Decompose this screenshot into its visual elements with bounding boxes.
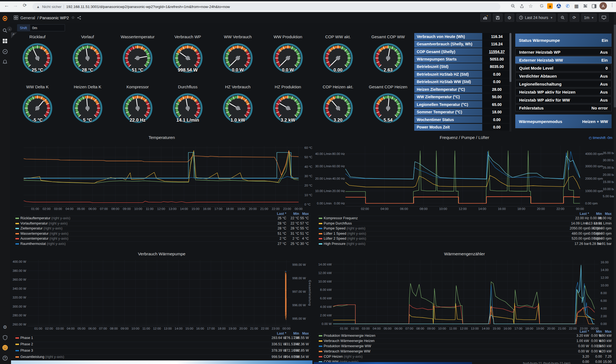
legend-col-last[interactable]: Last * [277, 332, 286, 335]
legend-series-name[interactable]: Phase 3 [20, 349, 33, 352]
legend-series-name[interactable]: Zieltemperatur (right y-axis) [20, 226, 62, 230]
legend-col-max[interactable]: Max [302, 332, 309, 335]
gauge-title[interactable]: Gesamt COP Heizen [363, 83, 413, 89]
legend-series-name[interactable]: Lüfter 2 Speed (right y-axis) [324, 237, 366, 240]
legend-col-min[interactable]: Min [596, 330, 602, 333]
configuration-gear-icon[interactable]: ⚙ [0, 323, 10, 331]
legend-swatch[interactable] [15, 238, 19, 239]
legend-swatch[interactable] [15, 350, 19, 351]
grafana-logo-icon[interactable] [0, 14, 10, 23]
bookmark-star-icon[interactable]: ☆ [527, 3, 534, 9]
status-row[interactable]: Verdichter AbtauenAus [515, 72, 612, 80]
legend-series-name[interactable]: Raumthermostat (right y-axis) [20, 242, 66, 246]
legend-swatch[interactable] [15, 243, 19, 245]
refresh-button[interactable]: ⟳ [570, 13, 579, 22]
legend-swatch[interactable] [319, 340, 322, 342]
legend-series-name[interactable]: Aussentemperatur (right y-axis) [20, 237, 68, 240]
gauge-title[interactable]: Gesamt COP WW [363, 33, 413, 39]
zoom-page-icon[interactable] [510, 3, 516, 9]
legend-swatch[interactable] [319, 233, 322, 234]
gauge-title[interactable]: HZ Verbrauch [213, 83, 263, 89]
legend-series-name[interactable]: COP Heizen (right y-axis) [324, 355, 362, 358]
address-bar[interactable]: ▲ Nicht sicher 192.168.11.51:3001/d/pana… [32, 3, 500, 10]
timeshift-link[interactable]: ◴ timeshift -0m [589, 136, 612, 140]
save-dashboard-button[interactable] [493, 13, 503, 22]
legend-col-max[interactable]: Max [302, 212, 309, 216]
browser-forward-icon[interactable]: → [12, 2, 19, 9]
table-scrollbar-thumb[interactable] [509, 33, 511, 82]
status-row[interactable]: FehlerstatusNo error [515, 104, 612, 111]
stat-value[interactable]: 11554.37 [482, 48, 511, 55]
legend-series-name[interactable]: Verbrauch Wärmeenergie WW [324, 349, 370, 353]
gauge-title[interactable]: Durchfluss [163, 83, 213, 89]
legend-swatch[interactable] [319, 351, 322, 352]
browser-menu-icon[interactable]: ⋮ [608, 2, 616, 8]
legend-series-name[interactable]: Produktion Wärmeenergie WW [324, 344, 371, 348]
legend-swatch[interactable] [319, 228, 322, 229]
legend-series-name[interactable]: Vorlauftemperatur (right y-axis) [20, 221, 68, 225]
legend-series-name[interactable]: Pumpe Durchfluss [324, 221, 352, 225]
panel-title[interactable]: Verbrauch Wärmepumpe [11, 251, 312, 256]
gauge-title[interactable]: Kompressor [113, 83, 163, 89]
alerting-bell-icon[interactable] [0, 58, 10, 66]
legend-swatch[interactable] [319, 356, 322, 357]
side-panel-icon[interactable] [591, 3, 597, 9]
legend-series-name[interactable]: Rücklauftemperatur (right y-axis) [20, 216, 70, 220]
legend-col-min[interactable]: Min [293, 332, 299, 335]
gauge-title[interactable]: WW Delta K [12, 83, 62, 89]
qr-code-icon[interactable]: ▦ [573, 3, 580, 9]
legend-swatch[interactable] [15, 337, 19, 339]
gauge-title[interactable]: WW Verbrauch [213, 33, 263, 39]
browser-back-icon[interactable]: ← [3, 2, 10, 9]
legend-series-name[interactable]: Phase 1 [20, 336, 33, 340]
legend-series-name[interactable]: Verbrauch Wärmeenergie Heizen [324, 339, 375, 343]
legend-swatch[interactable] [15, 228, 19, 229]
gauge-title[interactable]: Heizen Delta K [62, 83, 113, 89]
legend-swatch[interactable] [15, 233, 19, 234]
share-dashboard-icon[interactable] [77, 16, 81, 20]
breadcrumb-folder[interactable]: General [20, 15, 35, 20]
legend-swatch[interactable] [319, 346, 322, 347]
user-avatar-icon[interactable] [0, 343, 10, 352]
legend-col-min[interactable]: Min [293, 212, 299, 216]
share-page-icon[interactable] [519, 3, 525, 9]
legend-col-last[interactable]: Last * [580, 330, 589, 333]
legend-swatch[interactable] [319, 243, 322, 245]
shift-variable-input[interactable] [30, 24, 65, 31]
explore-compass-icon[interactable] [0, 47, 10, 56]
legend-col-max[interactable]: Max [605, 212, 612, 216]
legend-swatch[interactable] [319, 238, 322, 239]
extension-wheel-icon[interactable] [555, 3, 562, 9]
status-row[interactable]: Interner Heizstab WPAus [515, 48, 612, 56]
server-admin-shield-icon[interactable] [0, 333, 10, 342]
time-range-picker[interactable]: Last 24 hours ▼ [516, 13, 556, 22]
add-panel-button[interactable] [480, 13, 491, 22]
status-row[interactable]: WärmepumpenmodusHeizen + WW [515, 114, 612, 128]
refresh-interval-picker[interactable]: 1m ▼ [581, 13, 597, 22]
panel-title[interactable]: Wärmemengenzähler [314, 251, 615, 256]
extension-amazon-icon[interactable]: a [547, 3, 553, 9]
status-row[interactable]: LegionellenschaltungAus [515, 80, 612, 87]
gauge-title[interactable]: Vorlauf [62, 33, 113, 39]
extension-g-icon[interactable]: G [538, 3, 545, 9]
gauge-title[interactable]: HZ Produktion [263, 83, 313, 89]
legend-swatch[interactable] [319, 223, 322, 224]
help-icon[interactable]: ? [0, 354, 10, 362]
legend-series-name[interactable]: Pumpe Speed (right y-axis) [324, 226, 365, 230]
browser-avatar[interactable]: A [599, 2, 607, 10]
zoom-out-time-button[interactable] [558, 13, 568, 22]
legend-series-name[interactable]: High Pressure (right y-axis) [324, 242, 365, 246]
legend-swatch[interactable] [319, 335, 322, 336]
status-row[interactable]: Externer Heizstab WWEin [515, 56, 612, 64]
status-row[interactable]: Heizstab WP aktiv für WWAus [515, 96, 612, 103]
legend-col-min[interactable]: Min [596, 212, 602, 216]
browser-refresh-icon[interactable]: ⟳ [21, 2, 29, 8]
legend-swatch[interactable] [15, 356, 19, 358]
legend-series-name[interactable]: Lüfter 1 Speed (right y-axis) [324, 232, 366, 236]
extensions-puzzle-icon[interactable] [582, 3, 588, 9]
dashboards-icon[interactable] [0, 37, 10, 45]
gauge-title[interactable]: Verbrauch WP [163, 33, 213, 39]
kiosk-mode-button[interactable] [599, 13, 609, 22]
status-row[interactable]: Heizstab WP aktiv für HeizenAus [515, 88, 612, 95]
breadcrumb-dashboard[interactable]: / Panasonic WP2 [37, 15, 69, 20]
